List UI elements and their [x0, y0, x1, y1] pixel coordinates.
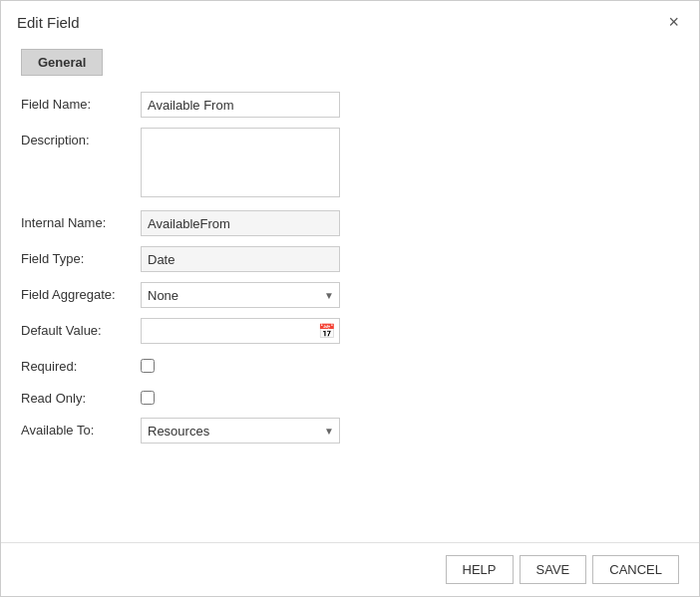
internal-name-control: [141, 210, 340, 236]
field-type-label: Field Type:: [21, 246, 141, 266]
available-to-control: Resources Tasks Both ▼: [141, 418, 340, 444]
field-name-label: Field Name:: [21, 92, 141, 112]
required-checkbox[interactable]: [141, 359, 155, 373]
required-control: [141, 354, 340, 376]
available-to-wrapper: Resources Tasks Both ▼: [141, 418, 340, 444]
field-name-row: Field Name:: [21, 92, 679, 118]
field-aggregate-label: Field Aggregate:: [21, 282, 141, 302]
field-name-control: [141, 92, 340, 118]
description-label: Description:: [21, 128, 141, 148]
default-value-row: Default Value: 📅: [21, 318, 679, 344]
field-aggregate-wrapper: None Sum Average Count Min Max ▼: [141, 282, 340, 308]
available-to-select[interactable]: Resources Tasks Both: [141, 418, 340, 444]
internal-name-label: Internal Name:: [21, 210, 141, 230]
field-aggregate-row: Field Aggregate: None Sum Average Count …: [21, 282, 679, 308]
save-button[interactable]: SAVE: [520, 555, 587, 584]
read-only-control: [141, 386, 340, 408]
default-value-wrapper: 📅: [141, 318, 340, 344]
edit-field-dialog: Edit Field × General Field Name: Descrip…: [0, 0, 700, 597]
help-button[interactable]: HELP: [446, 555, 514, 584]
read-only-row: Read Only:: [21, 386, 679, 408]
field-type-row: Field Type:: [21, 246, 679, 272]
field-type-control: [141, 246, 340, 272]
dialog-title: Edit Field: [17, 14, 80, 31]
tab-general[interactable]: General: [21, 49, 103, 76]
tab-bar: General: [21, 49, 679, 76]
description-row: Description:: [21, 128, 679, 200]
description-control: [141, 128, 340, 200]
default-value-control: 📅: [141, 318, 340, 344]
available-to-label: Available To:: [21, 418, 141, 438]
dialog-footer: HELP SAVE CANCEL: [1, 542, 699, 596]
description-textarea[interactable]: [141, 128, 340, 197]
default-value-input[interactable]: [141, 318, 340, 344]
field-name-input[interactable]: [141, 92, 340, 118]
default-value-label: Default Value:: [21, 318, 141, 338]
internal-name-row: Internal Name:: [21, 210, 679, 236]
read-only-checkbox[interactable]: [141, 391, 155, 405]
dialog-body: General Field Name: Description: Interna…: [1, 39, 699, 542]
available-to-row: Available To: Resources Tasks Both ▼: [21, 418, 679, 444]
field-aggregate-select[interactable]: None Sum Average Count Min Max: [141, 282, 340, 308]
required-row: Required:: [21, 354, 679, 376]
internal-name-input[interactable]: [141, 210, 340, 236]
required-label: Required:: [21, 354, 141, 374]
field-type-input: [141, 246, 340, 272]
close-button[interactable]: ×: [664, 13, 683, 31]
dialog-header: Edit Field ×: [1, 1, 699, 39]
read-only-label: Read Only:: [21, 386, 141, 406]
cancel-button[interactable]: CANCEL: [592, 555, 679, 584]
field-aggregate-control: None Sum Average Count Min Max ▼: [141, 282, 340, 308]
